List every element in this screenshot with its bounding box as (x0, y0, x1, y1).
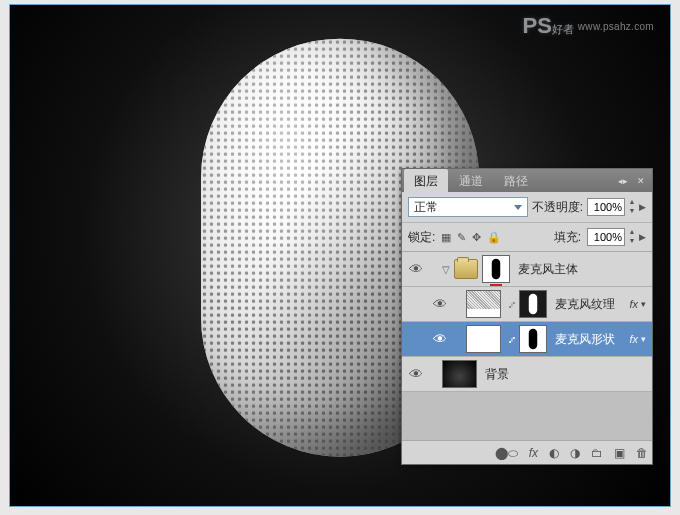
visibility-icon[interactable]: 👁 (404, 366, 428, 382)
lock-icons: ▦ ✎ ✥ 🔒 (441, 231, 501, 244)
lock-label: 锁定: (408, 229, 435, 246)
tab-paths[interactable]: 路径 (494, 169, 538, 193)
expand-icon[interactable]: ▽ (442, 264, 454, 275)
watermark-logo: PS好者 (522, 13, 573, 39)
opacity-label: 不透明度: (532, 199, 583, 216)
svg-rect-1 (529, 294, 537, 314)
panel-close-icon[interactable]: ✕ (634, 174, 648, 187)
blend-mode-dropdown[interactable]: 正常 (408, 197, 528, 217)
link-icon: ⑇ (505, 299, 519, 310)
lock-position-icon[interactable]: ✥ (472, 231, 481, 244)
panel-controls: ◂▸ ✕ (616, 174, 652, 187)
opacity-stepper[interactable]: ▲▼ ▶ (587, 198, 646, 216)
link-layers-icon[interactable]: ⬤⬭ (495, 446, 518, 460)
group-mask-thumb[interactable] (482, 255, 510, 283)
visibility-icon[interactable]: 👁 (404, 261, 428, 277)
layer-background[interactable]: 👁 背景 (402, 357, 652, 392)
fill-stepper[interactable]: ▲▼ ▶ (587, 228, 646, 246)
panel-collapse-icon[interactable]: ◂▸ (616, 174, 630, 187)
layer-group-microphone[interactable]: 👁 ▽ 麦克风主体 (402, 252, 652, 287)
lock-pixels-icon[interactable]: ✎ (457, 231, 466, 244)
layer-name[interactable]: 麦克风主体 (514, 261, 650, 278)
chevron-down-icon (514, 205, 522, 210)
fx-expand-icon[interactable]: ▾ (641, 299, 646, 309)
panel-tabs: 图层 通道 路径 ◂▸ ✕ (402, 169, 652, 192)
layer-mask-icon[interactable]: ◐ (549, 446, 559, 460)
visibility-icon[interactable]: 👁 (428, 296, 452, 312)
layer-name[interactable]: 麦克风纹理 (551, 296, 629, 313)
blend-opacity-row: 正常 不透明度: ▲▼ ▶ (402, 192, 652, 222)
visibility-icon[interactable]: 👁 (428, 331, 452, 347)
fx-badge[interactable]: fx (629, 333, 638, 345)
blend-mode-value: 正常 (414, 199, 438, 216)
fill-flyout-icon[interactable]: ▶ (639, 232, 646, 242)
layer-thumb[interactable] (466, 290, 501, 318)
layer-thumb[interactable] (442, 360, 477, 388)
folder-icon (454, 259, 478, 279)
svg-rect-0 (492, 259, 500, 279)
fx-badge[interactable]: fx (629, 298, 638, 310)
adjustment-layer-icon[interactable]: ◑ (570, 446, 580, 460)
layer-mask-thumb[interactable] (519, 325, 547, 353)
opacity-input[interactable] (587, 198, 625, 216)
layer-list: 👁 ▽ 麦克风主体 👁 ⑇ 麦克风纹理 fx (402, 252, 652, 440)
document-canvas[interactable]: PS好者 www.psahz.com 图层 通道 路径 ◂▸ ✕ 正常 不透明度… (9, 4, 671, 507)
new-layer-icon[interactable]: ▣ (614, 446, 625, 460)
layer-name[interactable]: 背景 (481, 366, 650, 383)
opacity-down-icon[interactable]: ▼ (627, 207, 637, 216)
lock-all-icon[interactable]: 🔒 (487, 231, 501, 244)
fill-down-icon[interactable]: ▼ (627, 237, 637, 246)
watermark-url: www.psahz.com (578, 21, 654, 32)
lock-fill-row: 锁定: ▦ ✎ ✥ 🔒 填充: ▲▼ ▶ (402, 222, 652, 251)
opacity-flyout-icon[interactable]: ▶ (639, 202, 646, 212)
fill-input[interactable] (587, 228, 625, 246)
link-icon: ⑇ (505, 334, 519, 345)
fx-expand-icon[interactable]: ▾ (641, 334, 646, 344)
layer-texture[interactable]: 👁 ⑇ 麦克风纹理 fx ▾ (402, 287, 652, 322)
layer-name[interactable]: 麦克风形状 (551, 331, 629, 348)
delete-layer-icon[interactable]: 🗑 (636, 446, 648, 460)
svg-rect-2 (529, 329, 537, 349)
fill-up-icon[interactable]: ▲ (627, 228, 637, 237)
tab-channels[interactable]: 通道 (449, 169, 493, 193)
lock-transparency-icon[interactable]: ▦ (441, 231, 451, 244)
layers-panel[interactable]: 图层 通道 路径 ◂▸ ✕ 正常 不透明度: ▲▼ ▶ 锁定: (401, 168, 653, 465)
layer-style-icon[interactable]: fx (529, 446, 538, 460)
watermark: PS好者 www.psahz.com (522, 13, 654, 39)
opacity-up-icon[interactable]: ▲ (627, 198, 637, 207)
layer-empty-area[interactable] (402, 392, 652, 440)
layer-shape[interactable]: 👁 ⑇ 麦克风形状 fx ▾ (402, 322, 652, 357)
mask-link-indicator (490, 284, 502, 286)
layer-mask-thumb[interactable] (519, 290, 547, 318)
layer-thumb[interactable] (466, 325, 501, 353)
layers-footer: ⬤⬭ fx ◐ ◑ 🗀 ▣ 🗑 (402, 440, 652, 464)
fill-label: 填充: (554, 229, 581, 246)
tab-layers[interactable]: 图层 (404, 169, 448, 193)
new-group-icon[interactable]: 🗀 (591, 446, 603, 460)
